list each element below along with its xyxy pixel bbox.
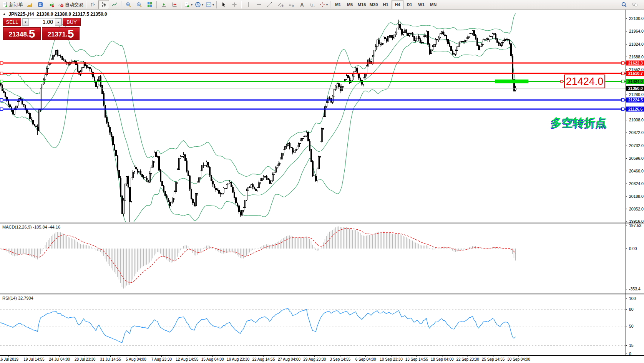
volume-decrease-button[interactable]: ▼ [22,18,29,26]
svg-text:21280.0: 21280.0 [629,92,644,97]
buy-price-button[interactable]: 21371.5 [42,27,80,40]
svg-text:6 Sep 04:00: 6 Sep 04:00 [355,357,376,361]
svg-text:21224.5: 21224.5 [628,98,643,102]
svg-text:21622.3: 21622.3 [628,61,643,65]
svg-text:18 Sep 04:00: 18 Sep 04:00 [431,357,454,361]
price-callout-annotation[interactable]: 21424.0 [564,75,605,88]
svg-text:21126.6: 21126.6 [628,107,643,111]
svg-text:29 Aug 23:30: 29 Aug 23:30 [303,357,326,361]
chart-header: ▲ JPN225-,H4 21330.0 21380.0 21317.5 213… [3,12,107,17]
line-handle[interactable] [622,80,624,83]
sell-button[interactable]: SELL [3,18,21,26]
one-click-trading-panel: SELL ▼ 1.00 ▲ BUY 21348.5 21371.5 [3,18,81,40]
svg-text:0: 0 [629,351,631,356]
svg-text:20460.0: 20460.0 [629,169,644,173]
svg-text:24 Jul 04:00: 24 Jul 04:00 [49,357,70,361]
svg-text:80: 80 [629,307,634,312]
svg-text:30 Sep 04:00: 30 Sep 04:00 [507,357,530,361]
svg-text:20052.0: 20052.0 [629,207,644,211]
line-handle[interactable] [622,108,624,110]
volume-input[interactable]: 1.00 [29,18,55,26]
line-handle[interactable] [0,62,3,65]
svg-text:13 Sep 14:55: 13 Sep 14:55 [405,357,428,361]
svg-text:12 Aug 14:55: 12 Aug 14:55 [176,357,198,361]
svg-text:21688.0: 21688.0 [629,55,644,59]
line-handle[interactable] [0,80,3,83]
svg-text:21008.0: 21008.0 [629,118,644,122]
svg-text:20188.0: 20188.0 [629,194,644,199]
svg-text:-353.4: -353.4 [629,287,641,291]
svg-text:0.00: 0.00 [629,246,637,251]
svg-text:21824.0: 21824.0 [629,42,644,46]
svg-text:20596.0: 20596.0 [629,156,644,161]
svg-text:50: 50 [629,324,634,328]
sell-price-fraction: 5 [29,28,35,39]
collapse-arrow-icon[interactable]: ▲ [3,12,6,16]
sell-price-main: 21348 [9,30,27,39]
svg-text:22100.0: 22100.0 [629,16,644,21]
svg-text:20324.0: 20324.0 [629,181,644,186]
svg-text:10 Sep 23:30: 10 Sep 23:30 [380,357,403,361]
buy-price-main: 21371 [48,30,66,39]
svg-text:22 Aug 14:55: 22 Aug 14:55 [252,357,275,361]
line-handle[interactable] [622,72,624,75]
highlight-rect[interactable] [495,80,528,83]
svg-text:25 Sep 14:55: 25 Sep 14:55 [482,357,505,361]
svg-text:28 Jul 23:30: 28 Jul 23:30 [75,357,96,361]
ohlc-close: 21350.0 [90,12,107,17]
line-handle[interactable] [0,99,3,101]
chart-canvas[interactable]: 22100.021964.021824.021688.021552.021280… [0,0,644,363]
svg-text:21424.0: 21424.0 [628,79,643,84]
svg-text:27 Aug 04:00: 27 Aug 04:00 [278,357,300,361]
ohlc-open: 21330.0 [37,12,53,17]
svg-text:16 Jul 2019: 16 Jul 2019 [0,357,18,361]
line-handle[interactable] [0,108,3,110]
svg-text:21350.0: 21350.0 [628,86,643,91]
line-handle[interactable] [0,72,3,75]
svg-text:21964.0: 21964.0 [629,29,644,33]
svg-text:3 Sep 14:55: 3 Sep 14:55 [330,357,350,361]
line-handle[interactable] [622,62,624,65]
svg-text:5 Aug 04:00: 5 Aug 04:00 [126,357,146,361]
svg-text:19 Jul 14:55: 19 Jul 14:55 [23,357,45,361]
buy-button[interactable]: BUY [63,18,81,26]
ohlc-high: 21380.0 [55,12,71,17]
macd-indicator-label: MACD(12,26,9) -105.84 -44.16 [2,225,60,229]
line-handle[interactable] [622,99,624,101]
turning-point-annotation[interactable]: 多空转折点 [551,115,607,131]
svg-text:100: 100 [629,296,636,301]
svg-text:15: 15 [629,343,634,348]
svg-text:197.53: 197.53 [629,223,641,228]
svg-text:22 Sep 23:30: 22 Sep 23:30 [456,357,479,361]
sell-price-button[interactable]: 21348.5 [3,27,41,40]
svg-text:31 Jul 14:55: 31 Jul 14:55 [100,357,121,361]
volume-stepper: ▼ 1.00 ▲ [22,18,62,26]
svg-text:21510.7: 21510.7 [628,71,643,76]
buy-price-fraction: 5 [68,28,74,39]
svg-text:7 Aug 23:30: 7 Aug 23:30 [151,357,172,361]
svg-text:20872.0: 20872.0 [629,130,644,135]
svg-text:19 Aug 23:30: 19 Aug 23:30 [227,357,249,361]
ohlc-low: 21317.5 [72,12,89,17]
volume-increase-button[interactable]: ▲ [55,18,61,26]
rsi-indicator-label: RSI(14) 32.7904 [2,296,33,300]
svg-text:20732.0: 20732.0 [629,143,644,148]
symbol-period-label: JPN225-,H4 [8,12,34,17]
svg-text:15 Aug 04:00: 15 Aug 04:00 [201,357,224,361]
callout-anchor-handle[interactable] [561,80,563,83]
